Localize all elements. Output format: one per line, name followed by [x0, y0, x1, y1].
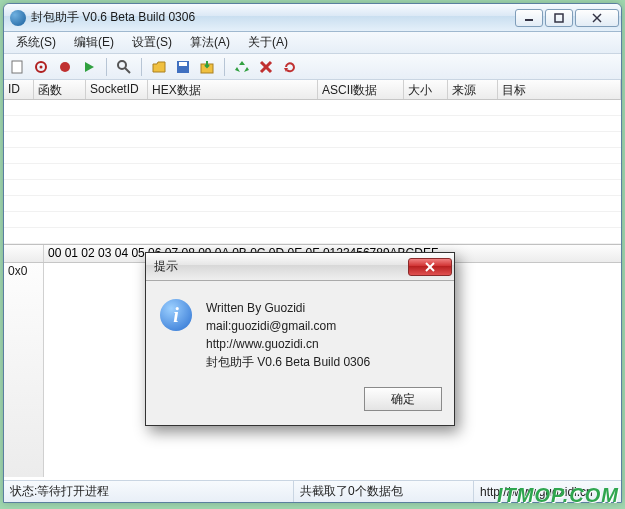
about-line4: 封包助手 V0.6 Beta Build 0306: [206, 353, 370, 371]
export-icon[interactable]: [198, 58, 216, 76]
record-icon[interactable]: [56, 58, 74, 76]
svg-rect-12: [179, 62, 187, 66]
dialog-buttons: 确定: [146, 381, 454, 425]
table-row: [4, 196, 621, 212]
recycle-icon[interactable]: [233, 58, 251, 76]
menu-algorithm[interactable]: 算法(A): [182, 32, 238, 53]
dialog-titlebar[interactable]: 提示: [146, 253, 454, 281]
status-mid: 共截取了0个数据包: [294, 481, 474, 502]
table-row: [4, 148, 621, 164]
menu-about[interactable]: 关于(A): [240, 32, 296, 53]
menu-settings[interactable]: 设置(S): [124, 32, 180, 53]
col-hex[interactable]: HEX数据: [148, 80, 318, 99]
svg-point-9: [118, 61, 126, 69]
col-source[interactable]: 来源: [448, 80, 498, 99]
table-row: [4, 100, 621, 116]
col-socket[interactable]: SocketID: [86, 80, 148, 99]
hex-addr-0: 0x0: [4, 263, 44, 477]
target-icon[interactable]: [32, 58, 50, 76]
svg-point-7: [60, 62, 70, 72]
svg-line-10: [125, 68, 130, 73]
new-icon[interactable]: [8, 58, 26, 76]
col-func[interactable]: 函数: [34, 80, 86, 99]
menu-system[interactable]: 系统(S): [8, 32, 64, 53]
table-row: [4, 212, 621, 228]
app-icon: [10, 10, 26, 26]
col-id[interactable]: ID: [4, 80, 34, 99]
col-ascii[interactable]: ASCII数据: [318, 80, 404, 99]
window-title: 封包助手 V0.6 Beta Build 0306: [31, 9, 513, 26]
dialog-close-button[interactable]: [408, 258, 452, 276]
minimize-button[interactable]: [515, 9, 543, 27]
refresh-icon[interactable]: [281, 58, 299, 76]
titlebar[interactable]: 封包助手 V0.6 Beta Build 0306: [4, 4, 621, 32]
svg-marker-8: [85, 62, 94, 72]
info-icon: i: [160, 299, 192, 331]
about-line3: http://www.guozidi.cn: [206, 335, 370, 353]
watermark: ITMOP.COM: [497, 484, 619, 507]
search-icon[interactable]: [115, 58, 133, 76]
table-row: [4, 164, 621, 180]
open-icon[interactable]: [150, 58, 168, 76]
delete-icon[interactable]: [257, 58, 275, 76]
separator: [224, 58, 225, 76]
svg-rect-4: [12, 61, 22, 73]
table-row: [4, 180, 621, 196]
table-row: [4, 228, 621, 244]
separator: [141, 58, 142, 76]
col-size[interactable]: 大小: [404, 80, 448, 99]
packet-grid[interactable]: ID 函数 SocketID HEX数据 ASCII数据 大小 来源 目标: [4, 80, 621, 245]
play-icon[interactable]: [80, 58, 98, 76]
table-row: [4, 132, 621, 148]
dialog-body: i Written By Guozidi mail:guozidi@gmail.…: [146, 281, 454, 381]
status-left: 状态:等待打开进程: [4, 481, 294, 502]
dialog-title: 提示: [154, 258, 408, 275]
dialog-text: Written By Guozidi mail:guozidi@gmail.co…: [206, 299, 370, 371]
about-line1: Written By Guozidi: [206, 299, 370, 317]
toolbar: [4, 54, 621, 80]
about-line2: mail:guozidi@gmail.com: [206, 317, 370, 335]
ok-button[interactable]: 确定: [364, 387, 442, 411]
svg-rect-1: [555, 14, 563, 22]
close-button[interactable]: [575, 9, 619, 27]
grid-body[interactable]: [4, 100, 621, 245]
menu-edit[interactable]: 编辑(E): [66, 32, 122, 53]
table-row: [4, 116, 621, 132]
menubar: 系统(S) 编辑(E) 设置(S) 算法(A) 关于(A): [4, 32, 621, 54]
about-dialog: 提示 i Written By Guozidi mail:guozidi@gma…: [145, 252, 455, 426]
separator: [106, 58, 107, 76]
save-icon[interactable]: [174, 58, 192, 76]
col-target[interactable]: 目标: [498, 80, 621, 99]
grid-header: ID 函数 SocketID HEX数据 ASCII数据 大小 来源 目标: [4, 80, 621, 100]
hex-addr-header: [4, 245, 44, 262]
maximize-button[interactable]: [545, 9, 573, 27]
svg-point-6: [40, 65, 43, 68]
